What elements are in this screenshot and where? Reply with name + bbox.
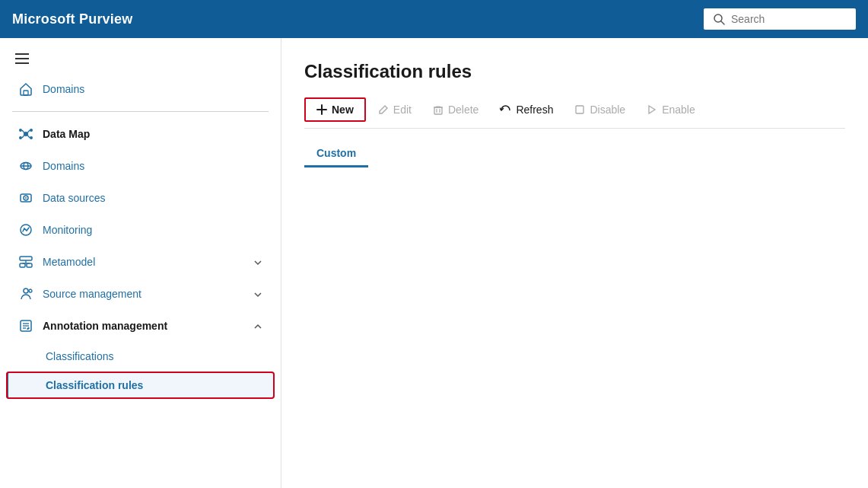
edit-icon xyxy=(378,104,389,115)
classification-rules-label: Classification rules xyxy=(46,379,143,391)
sidebar-item-source-management[interactable]: Source management xyxy=(6,279,275,309)
topbar: Microsoft Purview xyxy=(0,0,868,38)
svg-point-5 xyxy=(30,129,33,132)
new-button[interactable]: New xyxy=(304,97,366,122)
svg-point-4 xyxy=(19,129,22,132)
svg-point-25 xyxy=(29,289,32,292)
edit-label: Edit xyxy=(393,104,412,116)
svg-rect-19 xyxy=(20,257,32,260)
svg-line-8 xyxy=(22,130,24,133)
sidebar-item-data-sources[interactable]: Data sources xyxy=(6,183,275,213)
edit-button[interactable]: Edit xyxy=(369,99,421,120)
tab-bar: Custom xyxy=(304,141,845,167)
sidebar-item-metamodel[interactable]: Metamodel xyxy=(6,247,275,277)
annotation-management-label: Annotation management xyxy=(43,320,167,332)
enable-button[interactable]: Enable xyxy=(637,99,704,120)
sidebar-item-annotation-management[interactable]: Annotation management xyxy=(6,311,275,341)
svg-rect-21 xyxy=(27,263,32,267)
search-icon xyxy=(713,13,725,25)
monitoring-label: Monitoring xyxy=(43,224,92,236)
enable-icon xyxy=(647,104,657,115)
data-map-label: Data Map xyxy=(43,128,90,140)
new-label: New xyxy=(332,104,354,116)
annotation-icon xyxy=(18,318,33,333)
refresh-label: Refresh xyxy=(516,104,553,116)
main-area: Domains Data Map xyxy=(0,38,868,488)
sidebar-top xyxy=(0,38,281,73)
disable-icon xyxy=(574,104,585,115)
hamburger-button[interactable] xyxy=(12,50,32,67)
toolbar: New Edit Delete xyxy=(304,97,845,129)
svg-point-17 xyxy=(25,197,27,199)
svg-line-10 xyxy=(22,136,24,139)
sidebar-item-monitoring[interactable]: Monitoring xyxy=(6,215,275,245)
page-title: Classification rules xyxy=(304,61,845,82)
svg-rect-20 xyxy=(20,263,25,267)
sidebar: Domains Data Map xyxy=(0,38,281,488)
svg-line-11 xyxy=(27,136,30,139)
home-icon xyxy=(18,81,33,97)
sidebar-item-domains[interactable]: Domains xyxy=(6,151,275,181)
domains-icon xyxy=(18,158,33,174)
annotation-management-chevron-icon xyxy=(253,320,262,332)
svg-line-1 xyxy=(721,21,724,24)
metamodel-chevron-icon xyxy=(253,256,262,268)
svg-point-24 xyxy=(24,289,28,293)
disable-button[interactable]: Disable xyxy=(565,99,634,120)
delete-button[interactable]: Delete xyxy=(424,99,488,120)
metamodel-label: Metamodel xyxy=(43,256,95,268)
search-box[interactable] xyxy=(704,8,856,30)
svg-point-6 xyxy=(19,136,22,139)
source-management-label: Source management xyxy=(43,288,141,300)
custom-tab-label: Custom xyxy=(316,147,356,159)
search-input[interactable] xyxy=(731,13,847,25)
source-management-chevron-icon xyxy=(253,288,262,300)
plus-icon xyxy=(316,104,327,115)
sidebar-item-data-map[interactable]: Data Map xyxy=(6,119,275,149)
svg-line-9 xyxy=(27,130,30,133)
domains-label: Domains xyxy=(43,160,84,172)
app-title: Microsoft Purview xyxy=(12,11,132,27)
tab-custom[interactable]: Custom xyxy=(304,141,368,167)
svg-rect-36 xyxy=(576,106,583,113)
sidebar-sub-item-classification-rules[interactable]: Classification rules xyxy=(6,372,275,399)
data-sources-icon xyxy=(18,190,33,206)
svg-rect-32 xyxy=(434,107,442,114)
monitoring-icon xyxy=(18,222,33,238)
delete-label: Delete xyxy=(448,104,479,116)
trash-icon xyxy=(433,104,444,115)
metamodel-icon xyxy=(18,254,33,270)
refresh-button[interactable]: Refresh xyxy=(491,99,562,120)
content-area: Classification rules New Edit xyxy=(281,38,868,488)
sidebar-home-label: Domains xyxy=(43,83,84,95)
content-inner: Classification rules New Edit xyxy=(281,38,868,488)
enable-label: Enable xyxy=(662,104,695,116)
data-map-icon xyxy=(18,126,33,142)
sidebar-item-home[interactable]: Domains xyxy=(6,74,275,104)
sidebar-divider-1 xyxy=(12,111,269,112)
source-management-icon xyxy=(18,286,33,301)
refresh-icon xyxy=(500,104,511,116)
svg-marker-37 xyxy=(649,106,655,113)
svg-point-7 xyxy=(30,136,33,139)
data-sources-label: Data sources xyxy=(43,192,105,204)
sidebar-sub-item-classifications[interactable]: Classifications xyxy=(6,343,275,370)
svg-rect-2 xyxy=(24,91,28,95)
disable-label: Disable xyxy=(590,104,625,116)
classifications-label: Classifications xyxy=(46,350,113,362)
